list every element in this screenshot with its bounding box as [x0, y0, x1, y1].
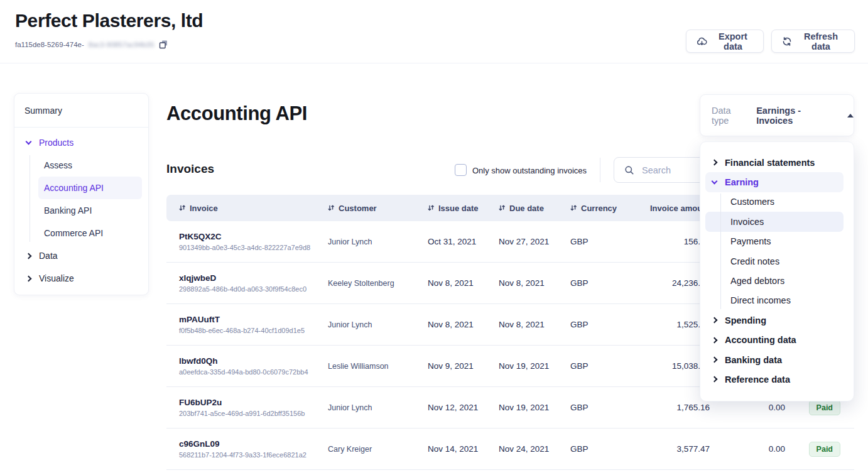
sidebar-list: Products Assess Accounting API Banking A…	[14, 128, 148, 290]
invoice-id: lbwfd0Qh	[179, 356, 328, 366]
refresh-data-button[interactable]: Refresh data	[771, 30, 855, 53]
page-title: Accounting API	[166, 102, 307, 125]
customer-name: Leslie Williamson	[328, 362, 428, 371]
chevron-right-icon	[712, 337, 718, 343]
sidebar-item-accounting-api[interactable]: Accounting API	[38, 177, 142, 199]
data-type-value: Earnings - Invoices	[756, 106, 836, 126]
due-date: Nov 27, 2021	[499, 237, 570, 246]
chevron-right-icon	[712, 317, 718, 324]
customer-name: Cary Kreiger	[328, 445, 428, 454]
sidebar-products-label: Products	[39, 138, 73, 148]
chevron-down-icon	[712, 178, 718, 184]
sidebar-item-summary[interactable]: Summary	[14, 94, 148, 128]
header-divider	[0, 63, 868, 63]
issue-date: Nov 9, 2021	[428, 361, 499, 371]
menu-item-payments[interactable]: Payments	[700, 232, 854, 251]
amount-due: 0.00	[710, 444, 785, 454]
invoice-uuid: 298892a5-486b-4d0d-a063-30f9f54c8ec0	[179, 285, 328, 293]
currency: GBP	[570, 444, 646, 454]
data-type-selector[interactable]: Data type Earnings - Invoices	[700, 94, 854, 136]
sidebar-item-products[interactable]: Products	[14, 131, 148, 154]
company-id-prefix: fa115de8-5269-474e-	[15, 41, 84, 48]
invoice-id: xIqjwbeD	[179, 273, 328, 283]
invoice-id: mPAUuftT	[179, 315, 328, 324]
data-type-menu: Financial statements Earning Customers I…	[700, 141, 854, 401]
invoices-section-title: Invoices	[166, 162, 214, 176]
chevron-right-icon	[712, 376, 718, 383]
sort-icon	[570, 204, 577, 212]
amount-due: 0.00	[710, 403, 785, 412]
outstanding-invoices-checkbox[interactable]	[455, 164, 467, 176]
issue-date: Nov 14, 2021	[428, 444, 499, 454]
refresh-data-label: Refresh data	[798, 31, 844, 52]
sidebar-item-visualize[interactable]: Visualize	[14, 267, 148, 290]
issue-date: Nov 12, 2021	[428, 403, 499, 412]
sort-icon	[499, 204, 505, 212]
issue-date: Nov 8, 2021	[428, 320, 499, 329]
status-badge: Paid	[809, 400, 840, 415]
chevron-right-icon	[26, 275, 32, 281]
currency: GBP	[570, 403, 646, 412]
customer-name: Junior Lynch	[328, 320, 428, 329]
column-header-due-date[interactable]: Due date	[499, 204, 570, 213]
invoice-id: PtK5QX2C	[179, 232, 328, 241]
sort-icon	[328, 204, 334, 212]
chevron-down-icon	[26, 138, 32, 145]
column-header-customer[interactable]: Customer	[328, 204, 428, 213]
column-header-currency[interactable]: Currency	[570, 204, 646, 213]
due-date: Nov 19, 2021	[499, 403, 570, 412]
menu-item-reference-data[interactable]: Reference data	[700, 369, 854, 389]
currency: GBP	[570, 278, 646, 288]
sidebar-item-banking-api[interactable]: Banking API	[38, 199, 142, 222]
export-data-button[interactable]: Export data	[686, 30, 764, 53]
chevron-right-icon	[26, 253, 32, 259]
page-company-title: Perfect Plasterers, ltd	[15, 10, 203, 31]
issue-date: Oct 31, 2021	[428, 237, 499, 246]
company-id: fa115de8-5269-474e- 8ac3-90857ac94b35	[15, 40, 168, 49]
refresh-icon	[782, 36, 792, 46]
column-header-invoice[interactable]: Invoice	[166, 204, 328, 213]
due-date: Nov 8, 2021	[499, 320, 570, 329]
menu-item-accounting-data[interactable]: Accounting data	[700, 330, 854, 350]
export-data-label: Export data	[713, 31, 753, 52]
sidebar-indent-rule	[30, 155, 30, 242]
menu-item-spending[interactable]: Spending	[700, 310, 854, 330]
sort-icon	[428, 204, 434, 212]
sidebar-item-assess[interactable]: Assess	[38, 154, 142, 177]
chevron-right-icon	[712, 160, 718, 166]
due-date: Nov 19, 2021	[499, 361, 570, 371]
menu-item-invoices[interactable]: Invoices	[705, 212, 844, 231]
cloud-download-icon	[697, 36, 707, 46]
toolbar-divider	[600, 158, 600, 182]
menu-item-banking-data[interactable]: Banking data	[700, 350, 854, 369]
menu-item-earning[interactable]: Earning	[705, 172, 844, 192]
invoice-uuid: 901349bb-a0e3-45c3-a4dc-822227a7e9d8	[179, 244, 328, 251]
menu-item-financial-statements[interactable]: Financial statements	[700, 153, 854, 172]
menu-item-direct-incomes[interactable]: Direct incomes	[700, 291, 854, 310]
due-date: Nov 8, 2021	[499, 278, 570, 288]
menu-indent-rule	[720, 194, 721, 309]
sidebar-item-data[interactable]: Data	[14, 244, 148, 267]
data-type-label: Data type	[712, 106, 749, 126]
customer-name: Junior Lynch	[328, 403, 428, 412]
customer-name: Junior Lynch	[328, 237, 428, 246]
menu-item-aged-debtors[interactable]: Aged debtors	[700, 271, 854, 290]
menu-item-customers[interactable]: Customers	[700, 192, 854, 212]
invoice-uuid: 203bf741-a5ce-469d-a991-6d2bff35156b	[179, 410, 328, 417]
sidebar-data-label: Data	[39, 251, 58, 261]
currency: GBP	[570, 361, 646, 371]
sidebar-visualize-label: Visualize	[39, 273, 74, 283]
currency: GBP	[570, 237, 646, 246]
invoice-uuid: 568211b7-1204-4f73-9a33-1f6ece6821a2	[179, 451, 328, 459]
caret-up-icon	[847, 114, 854, 117]
invoice-uuid: a0eefdca-335d-494a-bd80-0c6079c72bb4	[179, 368, 328, 376]
copy-icon[interactable]	[159, 40, 168, 49]
customer-name: Keeley Stoltenberg	[328, 279, 428, 288]
sidebar-nav: Summary Products Assess Accounting API B…	[14, 93, 149, 295]
outstanding-invoices-label: Only show outstanding invoices	[472, 166, 587, 175]
column-header-issue-date[interactable]: Issue date	[428, 204, 499, 213]
menu-item-credit-notes[interactable]: Credit notes	[700, 251, 854, 271]
sidebar-item-commerce-api[interactable]: Commerce API	[38, 222, 142, 244]
company-id-redacted: 8ac3-90857ac94b35	[89, 41, 155, 48]
status-badge: Paid	[809, 442, 840, 457]
